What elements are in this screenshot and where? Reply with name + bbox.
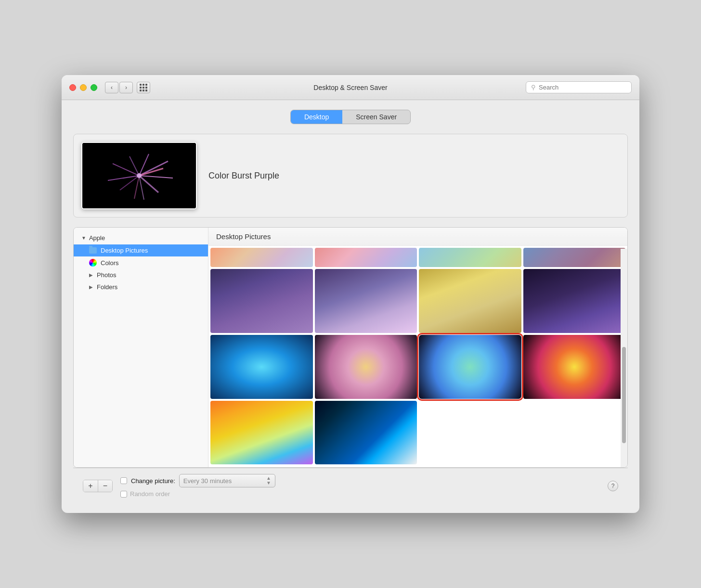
dropdown-arrows-icon: ▲ ▼ xyxy=(266,476,271,486)
search-input[interactable] xyxy=(539,84,626,91)
interval-dropdown-text: Every 30 minutes xyxy=(183,477,232,485)
wallpaper-cell-top-4[interactable] xyxy=(523,248,626,267)
forward-button[interactable]: › xyxy=(119,82,133,93)
minimize-button[interactable] xyxy=(80,84,87,91)
main-panel: ▼ Apple Desktop Pictures Colors ▶ Photos xyxy=(73,227,628,468)
wallpaper-cell-3[interactable] xyxy=(419,269,521,333)
triangle-down-icon: ▼ xyxy=(81,235,86,241)
color-wheel-icon xyxy=(89,259,97,267)
sidebar-item-colors-label: Colors xyxy=(101,259,119,267)
tab-screensaver[interactable]: Screen Saver xyxy=(342,110,410,124)
wallpaper-cell-2[interactable] xyxy=(315,269,417,333)
titlebar: ‹ › Desktop & Screen Saver ⚲ xyxy=(62,75,639,100)
sidebar-item-desktop-pictures[interactable]: Desktop Pictures xyxy=(74,244,208,256)
bottom-right: ? xyxy=(608,481,618,491)
content-grid: Desktop Pictures xyxy=(208,228,627,467)
traffic-lights xyxy=(69,84,97,91)
sidebar-item-photos-label: Photos xyxy=(97,271,116,279)
content-area: Desktop Screen Saver xyxy=(62,100,639,513)
wallpaper-cell-8[interactable] xyxy=(523,335,626,399)
add-remove-buttons: + − xyxy=(83,480,113,492)
wallpaper-cell-1[interactable] xyxy=(210,269,313,333)
tab-desktop[interactable]: Desktop xyxy=(291,110,342,124)
bottom-bar: + − Change picture: Every 30 minutes ▲ ▼ xyxy=(73,468,628,503)
wallpaper-cell-top-2[interactable] xyxy=(315,248,417,267)
wallpaper-bg-3 xyxy=(419,269,521,333)
change-picture-label: Change picture: xyxy=(131,477,175,485)
nav-buttons: ‹ › xyxy=(105,82,133,93)
maximize-button[interactable] xyxy=(91,84,97,91)
add-button[interactable]: + xyxy=(83,480,98,492)
wallpaper-cell-top-1[interactable] xyxy=(210,248,313,267)
wallpaper-bg-8 xyxy=(523,335,626,399)
svg-point-12 xyxy=(137,173,142,178)
wallpaper-cell-6[interactable] xyxy=(315,335,417,399)
sidebar-item-folders[interactable]: ▶ Folders xyxy=(74,281,208,293)
wallpaper-cell-7-selected[interactable] xyxy=(419,335,521,399)
preview-thumbnail xyxy=(81,142,197,209)
sidebar-section-apple: ▼ Apple Desktop Pictures Colors ▶ Photos xyxy=(74,228,208,297)
wallpaper-bg-6 xyxy=(315,335,417,399)
back-button[interactable]: ‹ xyxy=(105,82,118,93)
scrollbar-track[interactable] xyxy=(621,249,627,467)
sidebar: ▼ Apple Desktop Pictures Colors ▶ Photos xyxy=(74,228,208,467)
wallpaper-bg-7 xyxy=(419,335,521,399)
wallpaper-bg-4 xyxy=(523,269,626,333)
grid-view-button[interactable] xyxy=(137,82,150,93)
content-grid-header: Desktop Pictures xyxy=(208,228,627,246)
random-order-row: Random order xyxy=(120,490,275,498)
scrollbar-thumb[interactable] xyxy=(622,347,626,443)
search-bar[interactable]: ⚲ xyxy=(526,81,632,93)
window-title: Desktop & Screen Saver xyxy=(313,84,387,91)
sidebar-item-colors[interactable]: Colors xyxy=(74,256,208,269)
wallpaper-bg-1 xyxy=(210,269,313,333)
sidebar-item-photos[interactable]: ▶ Photos xyxy=(74,269,208,281)
wallpaper-cell-4[interactable] xyxy=(523,269,626,333)
sidebar-item-desktop-pictures-label: Desktop Pictures xyxy=(101,247,148,254)
wallpaper-cell-top-3[interactable] xyxy=(419,248,521,267)
sidebar-item-folders-label: Folders xyxy=(97,283,117,291)
tab-group: Desktop Screen Saver xyxy=(290,110,411,124)
preview-name: Color Burst Purple xyxy=(208,171,279,181)
search-icon: ⚲ xyxy=(531,84,536,91)
grid-icon xyxy=(140,84,147,91)
triangle-right-icon: ▶ xyxy=(89,272,93,278)
change-picture-checkbox[interactable] xyxy=(120,477,127,484)
close-button[interactable] xyxy=(69,84,76,91)
random-order-checkbox[interactable] xyxy=(120,491,127,498)
change-picture-row: Change picture: Every 30 minutes ▲ ▼ xyxy=(120,474,275,487)
wallpaper-cell-5[interactable] xyxy=(210,335,313,399)
tab-bar: Desktop Screen Saver xyxy=(73,110,628,124)
burst-svg xyxy=(86,147,192,205)
interval-dropdown[interactable]: Every 30 minutes ▲ ▼ xyxy=(179,474,275,487)
folder-icon xyxy=(89,247,97,254)
wallpaper-bg-5 xyxy=(210,335,313,399)
wallpaper-bg-9 xyxy=(210,401,313,465)
wallpaper-grid xyxy=(208,267,627,466)
wallpaper-cell-10[interactable] xyxy=(315,401,417,465)
wallpaper-bg-2 xyxy=(315,269,417,333)
preview-section: Color Burst Purple xyxy=(73,134,628,217)
help-button[interactable]: ? xyxy=(608,481,618,491)
remove-button[interactable]: − xyxy=(98,480,112,492)
sidebar-group-apple[interactable]: ▼ Apple xyxy=(74,231,208,244)
main-window: ‹ › Desktop & Screen Saver ⚲ Desktop Scr… xyxy=(62,75,639,513)
wallpaper-bg-10 xyxy=(315,401,417,465)
change-picture-options: Change picture: Every 30 minutes ▲ ▼ Ran… xyxy=(120,474,275,498)
sidebar-group-apple-label: Apple xyxy=(89,234,105,242)
wallpaper-cell-9[interactable] xyxy=(210,401,313,465)
preview-image xyxy=(82,143,196,208)
random-order-label: Random order xyxy=(130,490,170,498)
partial-top-row xyxy=(208,246,627,267)
triangle-right-folders-icon: ▶ xyxy=(89,284,93,290)
